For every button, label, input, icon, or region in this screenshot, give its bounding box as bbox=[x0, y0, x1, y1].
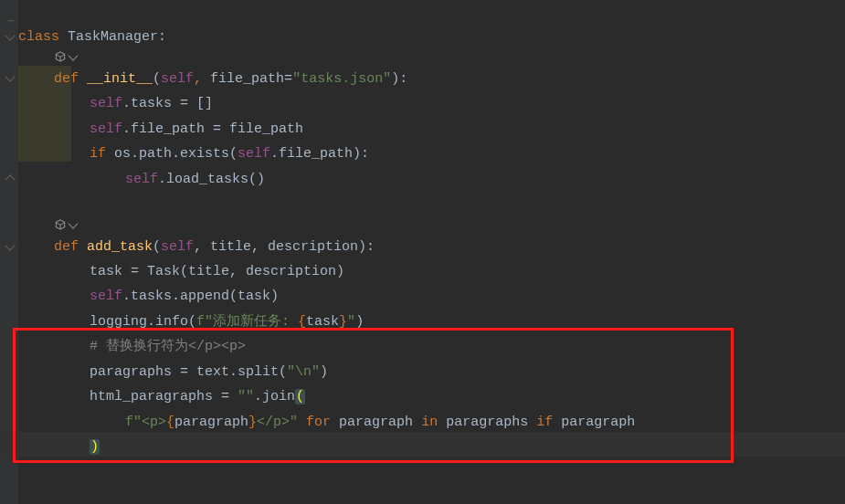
code-line[interactable]: # 替换换行符为</p><p> bbox=[90, 334, 246, 359]
punct: : bbox=[158, 29, 166, 45]
keyword: in bbox=[413, 415, 446, 430]
ai-hint-icon[interactable] bbox=[54, 218, 77, 231]
function-name: __init__ bbox=[87, 71, 153, 87]
class-name: TaskManager bbox=[68, 29, 158, 45]
code-line[interactable]: paragraphs = text.split("\n") bbox=[90, 360, 328, 384]
code-line[interactable]: self.tasks.append(task) bbox=[90, 284, 279, 309]
chevron-down-icon bbox=[68, 50, 78, 60]
self: self bbox=[238, 146, 270, 162]
chevron-down-icon bbox=[68, 218, 78, 228]
code-line[interactable]: def add_task(self, title, description): bbox=[54, 235, 375, 259]
self: self bbox=[125, 172, 158, 187]
ai-hint-icon[interactable] bbox=[54, 50, 77, 63]
code-line[interactable]: logging.info(f"添加新任务: {task}") bbox=[90, 310, 364, 334]
function-name: add_task bbox=[87, 239, 153, 255]
self: self bbox=[90, 121, 122, 137]
cube-icon bbox=[54, 218, 67, 231]
self: self bbox=[90, 96, 122, 111]
current-line-highlight bbox=[0, 432, 845, 457]
code-line[interactable]: ) bbox=[90, 435, 100, 459]
code-line[interactable]: if os.path.exists(self.file_path): bbox=[90, 142, 369, 166]
code-line[interactable]: self.load_tasks() bbox=[125, 167, 265, 192]
string: "" bbox=[238, 389, 254, 404]
code-line[interactable]: def __init__(self, file_path="tasks.json… bbox=[54, 67, 407, 91]
keyword: class bbox=[18, 29, 59, 45]
cube-icon bbox=[54, 50, 67, 63]
code-line[interactable]: class TaskManager: bbox=[18, 25, 166, 49]
comment: # 替换换行符为</p><p> bbox=[90, 339, 246, 354]
self: self bbox=[90, 289, 122, 304]
code-line[interactable]: html_paragraphs = "".join( bbox=[90, 384, 305, 409]
string: "tasks.json" bbox=[292, 71, 391, 87]
keyword: if bbox=[528, 415, 561, 430]
code-line[interactable]: self.file_path = file_path bbox=[90, 117, 303, 142]
fold-marker-dash[interactable]: ⎯ bbox=[8, 5, 15, 29]
param: file_path bbox=[210, 71, 284, 87]
punct: ): bbox=[391, 71, 407, 87]
keyword: for bbox=[298, 415, 339, 430]
self: self bbox=[161, 71, 194, 87]
code-line[interactable]: self.tasks = [] bbox=[90, 91, 213, 116]
code-line[interactable]: task = Task(title, description) bbox=[90, 259, 344, 284]
keyword: def bbox=[54, 239, 79, 255]
keyword: if bbox=[90, 146, 114, 162]
bracket-match: ) bbox=[90, 439, 100, 455]
bracket-match: ( bbox=[295, 389, 305, 404]
self: self bbox=[161, 239, 194, 255]
keyword: def bbox=[54, 71, 79, 87]
code-line[interactable]: f"<p>{paragraph}</p>" for paragraph in p… bbox=[125, 410, 635, 435]
punct: ( bbox=[153, 71, 161, 87]
string: "\n" bbox=[287, 364, 320, 380]
